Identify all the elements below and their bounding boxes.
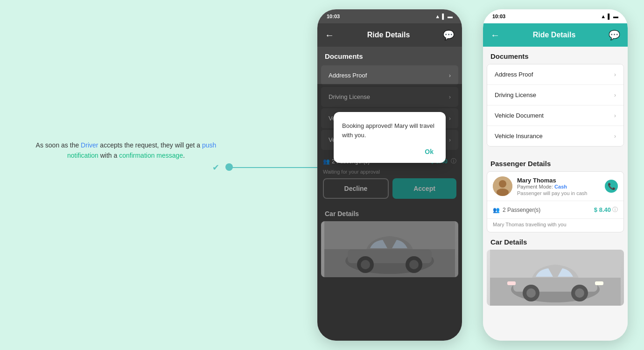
notch-right	[532, 9, 579, 20]
phone-body-right: Documents Address Proof › Driving Licens…	[483, 47, 628, 341]
dialog-ok-button[interactable]: Ok	[421, 147, 437, 156]
time-left: 10:03	[327, 14, 340, 19]
passenger-card-right: Mary Thomas Payment Mode: Cash Passenger…	[487, 171, 624, 232]
battery-icon-right: ▬	[613, 14, 618, 19]
status-icons-right: ▲ ▌ ▬	[601, 14, 618, 19]
wifi-icon-right: ▲	[601, 14, 606, 19]
dialog-overlay: Booking approved! Mary will travel with …	[317, 84, 462, 341]
passenger-info-right: Mary Thomas Payment Mode: Cash Passenger…	[487, 172, 623, 201]
passenger-payment: Payment Mode: Cash	[517, 184, 605, 189]
phone-right: 10:03 ▲ ▌ ▬ ← Ride Details 💬 Documents A…	[483, 9, 628, 341]
svg-rect-19	[595, 281, 603, 285]
annotation-area: As soon as the Driver accepts the reques…	[19, 140, 233, 161]
car-section-right: Car Details	[483, 232, 628, 306]
connector-line	[229, 167, 322, 168]
notch-left	[366, 9, 413, 20]
highlight-confirmation: confirmation message	[119, 152, 183, 159]
doc-label: Address Proof	[495, 71, 533, 78]
header-title-right: Ride Details	[533, 31, 576, 39]
time-right: 10:03	[492, 14, 505, 19]
passenger-name-block: Mary Thomas Payment Mode: Cash Passenger…	[517, 177, 605, 196]
passenger-count-right: 👥 2 Passenger(s)	[493, 207, 540, 213]
header-title-left: Ride Details	[367, 31, 410, 39]
phone-left: 10:03 ▲ ▌ ▬ ← Ride Details 💬 Documents A…	[317, 9, 462, 341]
dialog-btn-row: Ok	[342, 147, 437, 156]
chevron-icon: ›	[449, 72, 451, 79]
header-right: ← Ride Details 💬	[483, 23, 628, 47]
annotation-text: As soon as the Driver accepts the reques…	[19, 140, 233, 161]
battery-icon: ▬	[448, 14, 453, 19]
docs-container-right: Address Proof › Driving License › Vehicl…	[487, 64, 624, 147]
documents-section-header-right: Documents	[483, 47, 628, 64]
dialog-text: Booking approved! Mary will travel with …	[342, 121, 437, 140]
back-button-right[interactable]: ←	[490, 30, 500, 41]
passenger-price-right: $ 8.40	[594, 206, 611, 213]
svg-point-10	[497, 189, 509, 196]
phone-body-left: Documents Address Proof › Driving Licens…	[317, 47, 462, 341]
status-icons-left: ▲ ▌ ▬	[435, 14, 453, 19]
highlight-driver: Driver	[81, 141, 98, 149]
header-left: ← Ride Details 💬	[317, 23, 462, 47]
dialog-box: Booking approved! Mary will travel with …	[334, 112, 446, 163]
svg-point-16	[526, 288, 536, 298]
doc-label: Driving License	[495, 91, 536, 98]
doc-label: Address Proof	[329, 72, 367, 79]
passenger-section-right: Passenger Details Mary Thomas	[483, 152, 628, 232]
car-image-right	[487, 250, 624, 306]
highlight-push: push	[202, 141, 216, 149]
avatar-svg	[493, 176, 512, 196]
back-button-left[interactable]: ←	[325, 30, 334, 41]
chevron-icon: ›	[614, 133, 616, 140]
mary-travel-note: Mary Thomas travelling with you	[487, 219, 623, 232]
wifi-icon: ▲	[435, 14, 440, 19]
call-icon[interactable]: 📞	[605, 180, 618, 193]
doc-item-vehicle-document-right[interactable]: Vehicle Document ›	[487, 105, 623, 126]
doc-label: Vehicle Insurance	[495, 133, 543, 140]
signal-icon-right: ▌	[608, 14, 611, 19]
highlight-notification: notification	[67, 152, 98, 159]
signal-icon: ▌	[442, 14, 446, 19]
payment-mode-label: Payment Mode:	[517, 184, 553, 189]
doc-item-vehicle-insurance-right[interactable]: Vehicle Insurance ›	[487, 126, 623, 146]
svg-point-9	[499, 180, 506, 188]
count-label-right: 2 Passenger(s)	[503, 207, 540, 213]
message-icon-right[interactable]: 💬	[609, 29, 620, 41]
svg-rect-20	[507, 281, 516, 285]
passenger-name: Mary Thomas	[517, 177, 605, 184]
svg-point-18	[575, 288, 584, 298]
doc-item-driving-license-right[interactable]: Driving License ›	[487, 85, 623, 105]
car-section-label-right: Car Details	[487, 236, 624, 250]
check-icon: ✔	[212, 162, 223, 173]
chevron-icon: ›	[614, 112, 616, 119]
doc-item-address-proof-right[interactable]: Address Proof ›	[487, 64, 623, 85]
passenger-row-right: 👥 2 Passenger(s) $ 8.40 ⓘ	[487, 201, 623, 219]
documents-section-header-left: Documents	[317, 47, 462, 64]
passenger-section-label-right: Passenger Details	[487, 156, 624, 171]
payment-value: Cash	[554, 184, 567, 189]
doc-item-address-proof-left[interactable]: Address Proof ›	[321, 65, 458, 85]
passenger-avatar	[493, 176, 512, 196]
people-icon-right: 👥	[493, 207, 500, 213]
passenger-note: Passenger will pay you in cash	[517, 189, 605, 196]
info-icon-right: ⓘ	[612, 206, 618, 214]
doc-label: Vehicle Document	[495, 112, 544, 119]
car-svg-right	[487, 250, 624, 306]
chevron-icon: ›	[614, 92, 616, 98]
message-icon-left[interactable]: 💬	[443, 29, 455, 41]
chevron-icon: ›	[614, 71, 616, 78]
